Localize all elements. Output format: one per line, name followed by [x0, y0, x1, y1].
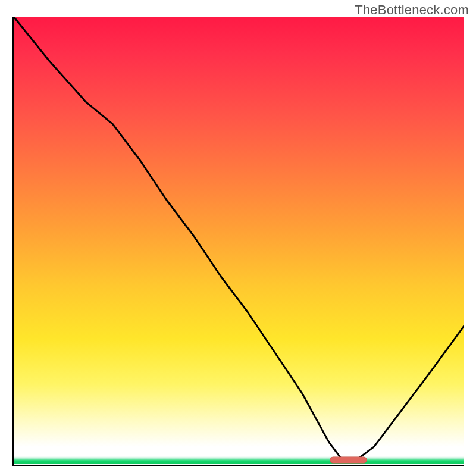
- watermark-text: TheBottleneck.com: [355, 2, 469, 18]
- trough-marker: [330, 457, 367, 463]
- bottleneck-curve: [14, 17, 464, 465]
- chart-container: TheBottleneck.com: [0, 0, 476, 476]
- plot-area: [12, 17, 464, 466]
